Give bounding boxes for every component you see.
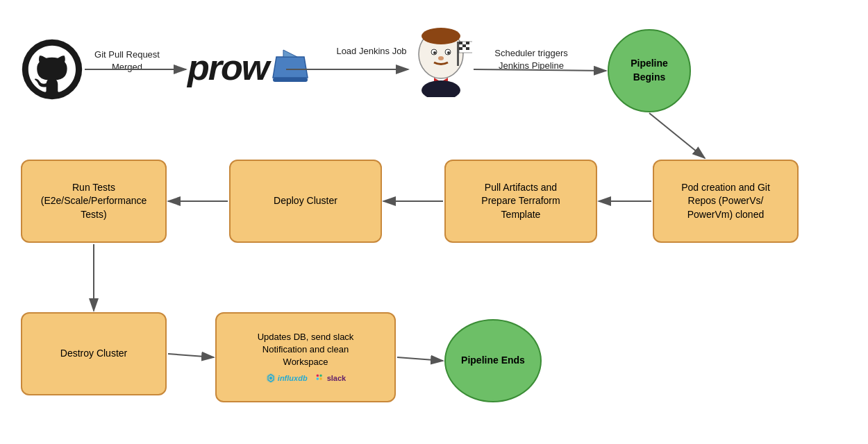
destroy-cluster-node: Destroy Cluster xyxy=(21,312,167,395)
git-pull-label: Git Pull RequestMerged xyxy=(89,49,165,74)
jenkins-icon xyxy=(410,28,472,97)
svg-point-9 xyxy=(447,51,450,54)
svg-rect-24 xyxy=(316,378,318,380)
svg-rect-26 xyxy=(319,378,322,380)
run-tests-node: Run Tests(E2e/Scale/PerformanceTests) xyxy=(21,160,167,243)
svg-rect-18 xyxy=(462,44,466,47)
updates-db-node: Updates DB, send slackNotification and c… xyxy=(215,312,396,402)
pull-artifacts-node: Pull Artifacts andPrepare TerraformTempl… xyxy=(444,160,597,243)
svg-rect-3 xyxy=(273,78,308,82)
load-jenkins-label: Load Jenkins Job xyxy=(333,45,410,58)
svg-point-13 xyxy=(422,80,460,97)
svg-rect-25 xyxy=(319,375,322,377)
prow-logo: prow xyxy=(187,43,311,92)
pipeline-diagram: Git Pull RequestMerged prow Load Jenkins… xyxy=(0,0,868,444)
scheduler-label: Scheduler triggersJenkins Pipeline xyxy=(486,47,576,72)
svg-rect-20 xyxy=(466,47,469,50)
logos-row: influxdb slack xyxy=(265,373,346,384)
svg-line-37 xyxy=(397,357,443,361)
github-icon xyxy=(21,38,83,101)
pod-creation-node: Pod creation and GitRepos (PowerVs/Power… xyxy=(653,160,799,243)
svg-rect-16 xyxy=(459,42,462,44)
influxdb-logo: influxdb xyxy=(265,373,308,384)
svg-marker-1 xyxy=(273,57,308,78)
svg-rect-19 xyxy=(459,47,462,50)
svg-rect-17 xyxy=(466,42,469,44)
svg-marker-2 xyxy=(283,50,297,57)
svg-rect-14 xyxy=(457,42,459,66)
svg-point-22 xyxy=(269,377,272,379)
svg-line-31 xyxy=(649,113,705,158)
svg-rect-23 xyxy=(316,375,318,377)
svg-point-5 xyxy=(422,28,460,44)
svg-line-36 xyxy=(168,354,214,357)
svg-point-10 xyxy=(438,56,444,60)
pipeline-begins-node: PipelineBegins xyxy=(608,29,691,112)
svg-point-8 xyxy=(433,51,436,54)
deploy-cluster-node: Deploy Cluster xyxy=(229,160,382,243)
slack-logo: slack xyxy=(315,373,347,384)
pipeline-ends-node: Pipeline Ends xyxy=(444,319,542,402)
updates-db-text: Updates DB, send slackNotification and c… xyxy=(258,331,354,369)
